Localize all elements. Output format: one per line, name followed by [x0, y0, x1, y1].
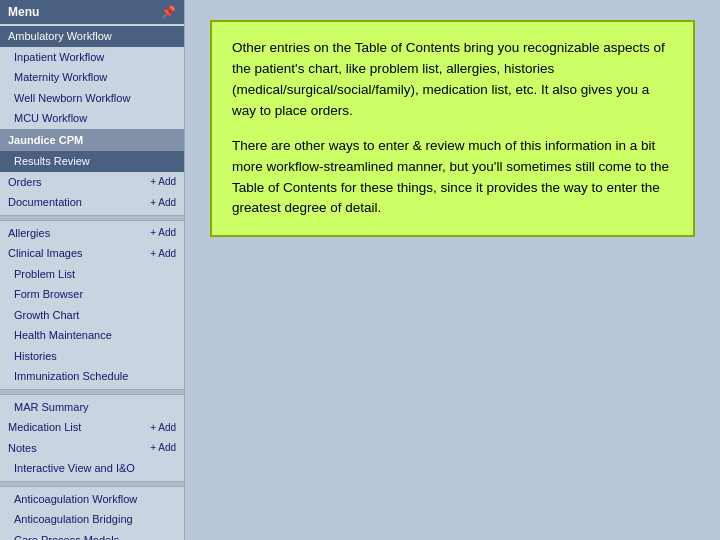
sidebar-item-label: Clinical Images: [8, 245, 83, 262]
sidebar-divider: [0, 215, 184, 221]
sidebar-item-label: Notes: [8, 440, 37, 457]
sidebar-menu-label: Menu: [8, 5, 39, 19]
sidebar-item-histories[interactable]: Histories: [0, 346, 184, 367]
add-button[interactable]: + Add: [150, 225, 176, 240]
sidebar-item-mcu-workflow[interactable]: MCU Workflow: [0, 108, 184, 129]
sidebar-item-maternity-workflow[interactable]: Maternity Workflow: [0, 67, 184, 88]
sidebar-divider: [0, 481, 184, 487]
sidebar-section-header-jaundice-cpm: Jaundice CPM: [0, 129, 184, 152]
tooltip-box: Other entries on the Table of Contents b…: [210, 20, 695, 237]
sidebar-item-medication-list[interactable]: Medication List+ Add: [0, 417, 184, 438]
sidebar-content[interactable]: Ambulatory WorkflowInpatient WorkflowMat…: [0, 24, 184, 540]
sidebar-header: Menu 📌: [0, 0, 184, 24]
sidebar-divider: [0, 389, 184, 395]
sidebar-item-health-maintenance[interactable]: Health Maintenance: [0, 325, 184, 346]
add-button[interactable]: + Add: [150, 420, 176, 435]
sidebar-item-clinical-images[interactable]: Clinical Images+ Add: [0, 243, 184, 264]
sidebar-item-well-newborn-workflow[interactable]: Well Newborn Workflow: [0, 88, 184, 109]
sidebar-item-allergies[interactable]: Allergies+ Add: [0, 223, 184, 244]
sidebar-item-label: Documentation: [8, 194, 82, 211]
sidebar-item-interactive-view-and-i-o[interactable]: Interactive View and I&O: [0, 458, 184, 479]
sidebar-item-results-review[interactable]: Results Review: [0, 151, 184, 172]
sidebar-item-care-process-models[interactable]: Care Process Models: [0, 530, 184, 541]
sidebar-item-documentation[interactable]: Documentation+ Add: [0, 192, 184, 213]
sidebar-item-label: Orders: [8, 174, 42, 191]
add-button[interactable]: + Add: [150, 440, 176, 455]
add-button[interactable]: + Add: [150, 195, 176, 210]
sidebar-item-mar-summary[interactable]: MAR Summary: [0, 397, 184, 418]
sidebar-item-inpatient-workflow[interactable]: Inpatient Workflow: [0, 47, 184, 68]
tooltip-paragraph-2: There are other ways to enter & review m…: [232, 136, 673, 220]
main-content: Other entries on the Table of Contents b…: [185, 0, 720, 540]
sidebar-item-problem-list[interactable]: Problem List: [0, 264, 184, 285]
sidebar-item-label: Allergies: [8, 225, 50, 242]
sidebar-item-immunization-schedule[interactable]: Immunization Schedule: [0, 366, 184, 387]
add-button[interactable]: + Add: [150, 174, 176, 189]
add-button[interactable]: + Add: [150, 246, 176, 261]
sidebar-item-form-browser[interactable]: Form Browser: [0, 284, 184, 305]
sidebar: Menu 📌 Ambulatory WorkflowInpatient Work…: [0, 0, 185, 540]
sidebar-item-notes[interactable]: Notes+ Add: [0, 438, 184, 459]
sidebar-item-growth-chart[interactable]: Growth Chart: [0, 305, 184, 326]
sidebar-item-anticoagulation-bridging[interactable]: Anticoagulation Bridging: [0, 509, 184, 530]
tooltip-paragraph-1: Other entries on the Table of Contents b…: [232, 38, 673, 122]
sidebar-item-ambulatory-workflow[interactable]: Ambulatory Workflow: [0, 26, 184, 47]
sidebar-item-anticoagulation-workflow[interactable]: Anticoagulation Workflow: [0, 489, 184, 510]
sidebar-item-orders[interactable]: Orders+ Add: [0, 172, 184, 193]
pin-icon: 📌: [161, 5, 176, 19]
sidebar-item-label: Medication List: [8, 419, 81, 436]
